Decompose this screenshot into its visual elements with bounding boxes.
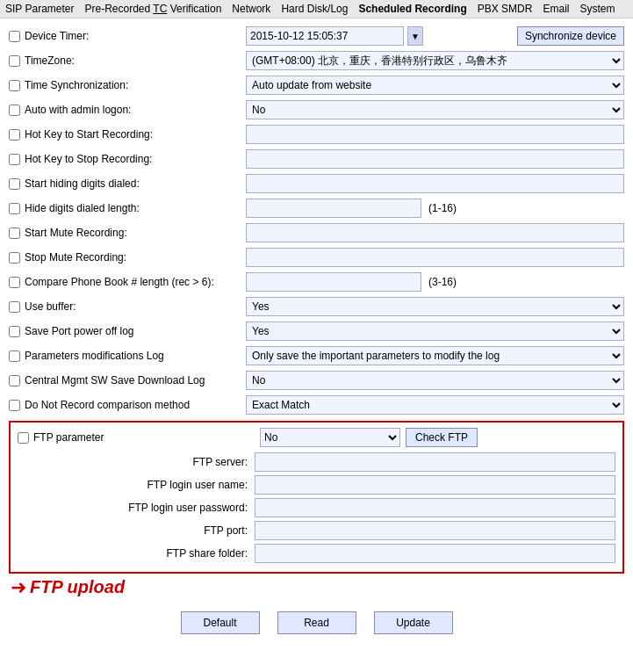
save-port-checkbox[interactable] (9, 326, 20, 337)
auto-admin-checkbox[interactable] (9, 105, 20, 116)
compare-phone-row: Compare Phone Book # length (rec > 6): (… (9, 271, 624, 293)
menu-network[interactable]: Network (232, 3, 270, 15)
save-port-select[interactable]: Yes (246, 322, 624, 341)
ftp-share-folder-label: FTP share folder: (18, 547, 255, 560)
do-not-record-select[interactable]: Exact Match (246, 395, 624, 415)
hide-digits-length-control: (1-16) (246, 199, 624, 218)
ftp-share-folder-input[interactable] (255, 544, 615, 563)
start-mute-control (246, 223, 624, 242)
menu-pre-recorded[interactable]: Pre-Recorded TC Verification (84, 3, 221, 15)
hotkey-start-checkbox[interactable] (9, 129, 20, 141)
params-log-row: Parameters modifications Log Only save t… (9, 345, 624, 366)
date-input-wrap: ▼ (246, 26, 514, 46)
start-mute-label: Start Mute Recording: (9, 227, 246, 239)
menu-pbx-smdr[interactable]: PBX SMDR (478, 3, 533, 15)
device-timer-input[interactable] (246, 26, 404, 46)
use-buffer-checkbox[interactable] (9, 301, 20, 313)
stop-mute-input[interactable] (246, 248, 624, 267)
ftp-port-input[interactable] (255, 521, 615, 540)
hide-digits-length-checkbox[interactable] (9, 203, 20, 214)
menu-scheduled-recording[interactable]: Scheduled Recording (358, 3, 466, 15)
do-not-record-label: Do Not Record comparison method (9, 399, 246, 411)
time-sync-label: Time Synchronization: (9, 79, 246, 91)
timezone-select[interactable]: (GMT+08:00) 北京，重庆，香港特别行政区，乌鲁木齐 (246, 51, 624, 70)
auto-admin-row: Auto with admin logon: No (9, 99, 624, 120)
read-button[interactable]: Read (277, 611, 356, 634)
use-buffer-select[interactable]: Yes (246, 297, 624, 316)
ftp-param-checkbox[interactable] (18, 432, 29, 444)
ftp-port-row: FTP port: (18, 521, 615, 540)
start-mute-row: Start Mute Recording: (9, 222, 624, 243)
hotkey-start-label: Hot Key to Start Recording: (9, 128, 246, 141)
menu-sip-parameter[interactable]: SIP Parameter (5, 3, 74, 15)
device-timer-control: ▼ Synchronize device (246, 26, 624, 46)
start-mute-input[interactable] (246, 223, 624, 242)
device-timer-dropdown[interactable]: ▼ (407, 26, 423, 46)
hotkey-stop-checkbox[interactable] (9, 154, 20, 165)
update-button[interactable]: Update (374, 611, 453, 634)
time-sync-checkbox[interactable] (9, 80, 20, 91)
default-button[interactable]: Default (181, 611, 260, 634)
stop-mute-control (246, 248, 624, 267)
hide-digits-checkbox[interactable] (9, 178, 20, 190)
check-ftp-button[interactable]: Check FTP (406, 428, 478, 447)
do-not-record-control: Exact Match (246, 395, 624, 415)
ftp-upload-text: FTP upload (30, 577, 125, 597)
params-log-label: Parameters modifications Log (9, 350, 246, 362)
ftp-select[interactable]: No (260, 428, 400, 447)
auto-admin-select[interactable]: No (246, 100, 624, 119)
bottom-buttons: Default Read Update (9, 606, 624, 639)
auto-admin-control: No (246, 100, 624, 119)
compare-phone-control: (3-16) (246, 272, 624, 292)
do-not-record-checkbox[interactable] (9, 400, 20, 411)
central-mgmt-checkbox[interactable] (9, 375, 20, 387)
hide-digits-length-input[interactable] (246, 199, 421, 218)
menu-email[interactable]: Email (543, 3, 569, 15)
params-log-select[interactable]: Only save the important parameters to mo… (246, 346, 624, 365)
sync-button[interactable]: Synchronize device (517, 26, 624, 46)
device-timer-label: Device Timer: (9, 30, 246, 42)
device-timer-row: Device Timer: ▼ Synchronize device (9, 25, 624, 47)
use-buffer-row: Use buffer: Yes (9, 296, 624, 317)
ftp-login-pass-label: FTP login user password: (18, 502, 255, 514)
hotkey-stop-row: Hot Key to Stop Recording: (9, 148, 624, 170)
ftp-header-row: FTP parameter No Check FTP (18, 428, 615, 447)
stop-mute-checkbox[interactable] (9, 252, 20, 264)
ftp-upload-area: ➜ FTP upload (11, 577, 624, 597)
time-sync-select[interactable]: Auto update from website (246, 76, 624, 95)
hotkey-start-row: Hot Key to Start Recording: (9, 124, 624, 145)
central-mgmt-control: No (246, 371, 624, 390)
ftp-port-label: FTP port: (18, 524, 255, 537)
ftp-server-row: FTP server: (18, 452, 615, 472)
hide-digits-input[interactable] (246, 174, 624, 193)
timezone-checkbox[interactable] (9, 55, 20, 67)
ftp-login-user-input[interactable] (255, 475, 615, 495)
central-mgmt-label: Central Mgmt SW Save Download Log (9, 374, 246, 387)
timezone-label: TimeZone: (9, 54, 246, 67)
hide-digits-control (246, 174, 624, 193)
ftp-server-input[interactable] (255, 452, 615, 472)
ftp-section: FTP parameter No Check FTP FTP server: F… (9, 421, 624, 574)
hotkey-stop-control (246, 149, 624, 169)
save-port-label: Save Port power off log (9, 325, 246, 337)
ftp-share-folder-row: FTP share folder: (18, 544, 615, 563)
hide-digits-hint: (1-16) (428, 202, 457, 214)
auto-admin-label: Auto with admin logon: (9, 104, 246, 116)
hotkey-start-input[interactable] (246, 125, 624, 144)
hide-digits-label: Start hiding digits dialed: (9, 177, 246, 190)
menu-system[interactable]: System (579, 3, 615, 15)
params-log-checkbox[interactable] (9, 350, 20, 362)
stop-mute-label: Stop Mute Recording: (9, 251, 246, 264)
main-content: Device Timer: ▼ Synchronize device TimeZ… (0, 18, 633, 647)
hotkey-stop-label: Hot Key to Stop Recording: (9, 153, 246, 165)
compare-phone-input[interactable] (246, 272, 421, 292)
device-timer-checkbox[interactable] (9, 31, 20, 42)
hotkey-stop-input[interactable] (246, 149, 624, 169)
params-log-control: Only save the important parameters to mo… (246, 346, 624, 365)
ftp-login-pass-input[interactable] (255, 498, 615, 517)
do-not-record-row: Do Not Record comparison method Exact Ma… (9, 394, 624, 415)
menu-hard-disk[interactable]: Hard Disk/Log (281, 3, 348, 15)
central-mgmt-select[interactable]: No (246, 371, 624, 390)
compare-phone-checkbox[interactable] (9, 277, 20, 288)
start-mute-checkbox[interactable] (9, 228, 20, 239)
